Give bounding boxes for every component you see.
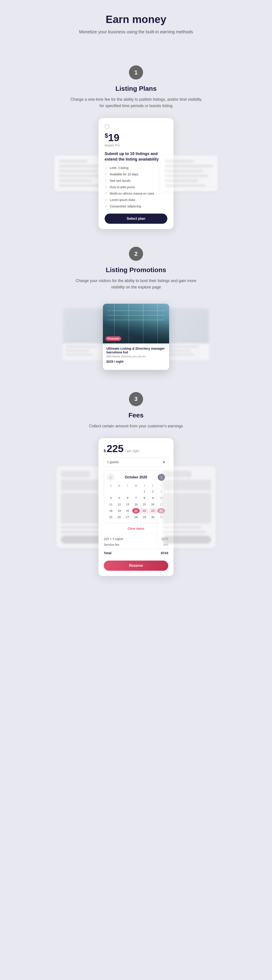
calendar-header: ‹ October 2020 › — [107, 474, 165, 481]
list-item: ✓Limit: 3 listing — [105, 165, 167, 170]
calendar-month-year: October 2020 — [125, 475, 147, 479]
step-2-title: Listing Promotions — [106, 266, 166, 274]
cal-day[interactable]: 7 — [132, 495, 140, 501]
cal-day-name: W — [132, 484, 140, 488]
calendar-prev-button[interactable]: ‹ — [107, 474, 114, 481]
booking-price-row: $ 225 / per night — [104, 444, 168, 453]
cal-day[interactable]: 6 — [124, 495, 131, 501]
cal-day-range[interactable]: 23 — [149, 508, 156, 514]
cal-day[interactable]: 15 — [141, 501, 148, 507]
list-item: ✓Morbi eu ultrices massa en casa — [105, 191, 167, 196]
fee-label: Service fee — [104, 543, 119, 546]
check-icon: ✓ — [105, 165, 108, 170]
booking-amount: 225 — [107, 444, 124, 453]
step-3-circle: 3 — [129, 392, 143, 406]
plan-cards-row: $19 Master Pro Submit up to 10 listings … — [59, 118, 213, 229]
cal-day[interactable]: 25 — [107, 514, 115, 520]
promo-card-price: $225 / night — [107, 360, 165, 363]
step-1-circle: 1 — [129, 65, 143, 80]
check-icon: ✓ — [105, 204, 108, 208]
cal-day-start[interactable]: 21 — [132, 508, 140, 514]
cal-day — [116, 489, 123, 494]
plan-features-list: ✓Limit: 3 listing ✓Available for 10 days… — [105, 165, 167, 208]
step-2-desc: Charge your visitors for the ability to … — [70, 278, 202, 290]
promo-card: Promoted Ultimate Listing & Directory ma… — [103, 304, 169, 370]
plan-heading: Submit up to 10 listings and extend the … — [105, 151, 167, 162]
check-icon: ✓ — [105, 185, 108, 189]
cal-day[interactable]: 8 — [141, 495, 148, 501]
step-3-desc: Collect certain amount from your custome… — [89, 423, 183, 430]
promotions-row: Promoted Ultimate Listing & Directory ma… — [59, 299, 213, 374]
cal-day[interactable]: 29 — [141, 514, 148, 520]
booking-per-night: / per night — [126, 449, 139, 453]
reserve-button[interactable]: Reserve — [104, 560, 168, 571]
hero-section: Earn money Monetize your business using … — [37, 13, 235, 48]
step-2-section: 2 Listing Promotions Charge your visitor… — [37, 247, 235, 374]
step-3-section: 3 Fees Collect certain amount from your … — [37, 392, 235, 576]
nights-label: 225 × 3 nights — [104, 537, 123, 541]
cal-day[interactable]: 19 — [116, 508, 123, 514]
cal-day — [107, 489, 115, 494]
hero-subtitle: Monetize your business using the built-i… — [79, 29, 193, 35]
chevron-down-icon: ▾ — [163, 460, 165, 465]
step-2-circle: 2 — [129, 247, 143, 261]
check-icon: ✓ — [105, 172, 108, 176]
promo-card-left-blur — [63, 308, 107, 366]
promo-card-subtitle: With Master Directory you can do — [107, 355, 165, 358]
check-icon: ✓ — [105, 178, 108, 183]
select-plan-button[interactable]: Select plan — [105, 213, 167, 224]
cal-day-name: T — [141, 484, 148, 488]
step-3-title: Fees — [129, 412, 143, 419]
cal-day[interactable]: 4 — [107, 495, 115, 501]
guests-selector[interactable]: 1 guests ▾ — [104, 457, 168, 467]
cal-day[interactable]: 27 — [124, 514, 131, 520]
booking-cards-row: $ 225 / per night 1 guests ▾ ‹ October 2… — [59, 438, 213, 576]
guests-label: 1 guests — [107, 460, 119, 464]
cal-day[interactable]: 30 — [149, 514, 156, 520]
total-label: Total — [104, 551, 111, 555]
cal-day[interactable]: 14 — [132, 501, 140, 507]
cal-day[interactable]: 5 — [116, 495, 123, 501]
cal-day[interactable]: 20 — [124, 508, 131, 514]
step-1-title: Listing Plans — [116, 85, 157, 92]
step-1-section: 1 Listing Plans Charge a one-time fee fo… — [37, 65, 235, 229]
plan-name: Master Pro — [105, 143, 167, 147]
cal-day[interactable]: 9 — [149, 495, 156, 501]
cal-day[interactable]: 2 — [149, 489, 156, 494]
cal-day — [132, 489, 140, 494]
booking-card-right-blur — [158, 466, 215, 548]
booking-dollar: $ — [104, 449, 106, 453]
promo-card-title: Ultimate Listing & Directory manager bar… — [107, 347, 165, 354]
cal-day[interactable]: 1 — [141, 489, 148, 494]
check-icon: ✓ — [105, 198, 108, 202]
list-item: ✓Lorem ipsum dolor — [105, 198, 167, 202]
promo-card-right-blur — [165, 308, 209, 366]
step-1-desc: Charge a one-time fee for the ability to… — [70, 96, 202, 109]
cal-day[interactable]: 28 — [132, 514, 140, 520]
list-item: ✓Duis et ante purus — [105, 185, 167, 189]
promo-image: Promoted — [103, 304, 169, 344]
cal-day[interactable]: 11 — [107, 501, 115, 507]
cal-day-name: F — [149, 484, 156, 488]
check-icon: ✓ — [105, 191, 108, 196]
cal-day-name: S — [107, 484, 115, 488]
cal-day[interactable]: 12 — [116, 501, 123, 507]
plan-radio-button[interactable] — [105, 124, 110, 129]
cal-day[interactable]: 13 — [124, 501, 131, 507]
promo-card-body: Ultimate Listing & Directory manager bar… — [103, 344, 169, 367]
list-item: ✓Sed sed iaculis — [105, 178, 167, 183]
calendar-grid: S M T W T F S 1 2 3 4 5 — [107, 484, 165, 520]
plan-price: $19 — [105, 132, 167, 143]
booking-total: Total $743 — [104, 549, 168, 555]
plan-card-right-blur — [160, 156, 218, 191]
cal-day-name: T — [124, 484, 131, 488]
list-item: ✓Available for 10 days — [105, 172, 167, 176]
cal-day[interactable]: 16 — [149, 501, 156, 507]
cal-day — [124, 489, 131, 494]
cal-day-range[interactable]: 22 — [141, 508, 148, 514]
cal-day[interactable]: 18 — [107, 508, 115, 514]
cal-day-name: M — [116, 484, 123, 488]
cal-day[interactable]: 26 — [116, 514, 123, 520]
list-item: ✓Consectetur adipiscing — [105, 204, 167, 208]
promoted-badge: Promoted — [105, 336, 121, 341]
